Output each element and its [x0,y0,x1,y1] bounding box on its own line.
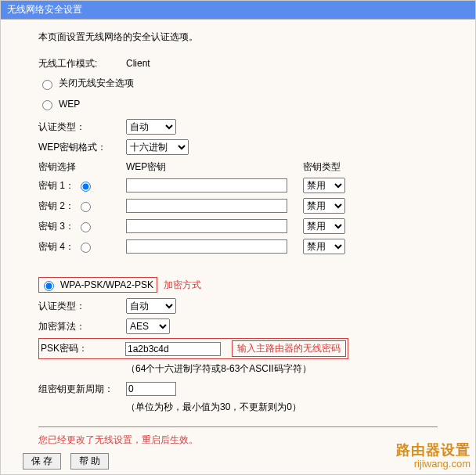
wireless-mode-value: Client [126,58,150,69]
wep-key2-radio[interactable] [81,202,91,212]
wep-key2-input[interactable] [126,199,287,213]
psk-input[interactable] [125,342,221,356]
wpa-algo-label: 加密算法： [38,320,126,333]
help-button[interactable]: 帮 助 [70,453,109,470]
radio-wpa-psk[interactable] [44,281,54,291]
wpa-auth-label: 认证类型： [38,300,126,313]
wep-key4-type-select[interactable]: 禁用 [303,239,345,254]
wep-key3-label: 密钥 3： [38,220,74,233]
group-key-hint: （单位为秒，最小值为30，不更新则为0） [126,401,461,414]
wep-key4-radio[interactable] [81,243,91,253]
wep-key4-input[interactable] [126,239,287,254]
wpa-algo-select[interactable]: AES [126,318,170,334]
option-wep-label: WEP [59,99,80,110]
wep-key1-label: 密钥 1： [38,179,74,193]
wep-header-wepkey: WEP密钥 [126,160,303,174]
group-key-input[interactable] [126,382,176,396]
wireless-mode-label: 无线工作模式: [38,57,126,70]
intro-text: 本页面设置无线网络的安全认证选项。 [38,31,461,44]
wep-key3-type-select[interactable]: 禁用 [303,218,345,234]
option-wpa-label: WPA-PSK/WPA2-PSK [60,279,153,290]
wep-auth-select[interactable]: 自动 [126,119,176,135]
window-title: 无线网络安全设置 [1,1,475,20]
wep-key4-label: 密钥 4： [38,240,74,254]
restart-warning: 您已经更改了无线设置，重启后生效。 [38,434,461,447]
wep-key1-type-select[interactable]: 禁用 [303,178,345,193]
wpa-auth-select[interactable]: 自动 [126,298,176,314]
save-button[interactable]: 保 存 [23,453,61,470]
wep-key1-input[interactable] [126,178,287,193]
group-key-label: 组密钥更新周期： [38,383,126,396]
radio-disable-security[interactable] [42,80,52,90]
radio-wep[interactable] [42,100,52,110]
wep-header-keytype: 密钥类型 [303,160,341,174]
wpa-annotation: 加密方式 [164,279,201,292]
wep-header-keyselect: 密钥选择 [38,160,126,174]
wep-format-label: WEP密钥格式： [38,141,126,154]
psk-annotation: 输入主路由器的无线密码 [232,340,346,357]
wep-auth-label: 认证类型： [38,121,126,134]
wep-key3-radio[interactable] [81,222,91,232]
wep-key3-input[interactable] [126,219,287,233]
separator [38,426,438,427]
wep-key2-type-select[interactable]: 禁用 [303,198,345,214]
psk-label: PSK密码： [41,342,125,355]
wep-key1-radio[interactable] [81,182,91,192]
wep-key2-label: 密钥 2： [38,200,74,213]
option-disable-label: 关闭无线安全选项 [59,77,134,90]
psk-hint: （64个十六进制字符或8-63个ASCII码字符） [126,362,461,376]
wep-format-select[interactable]: 十六进制 [126,139,189,155]
